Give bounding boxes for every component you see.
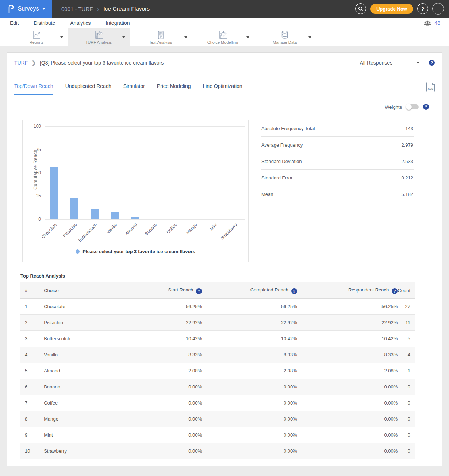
chart-legend[interactable]: Please select your top 3 favorite ice cr… — [23, 249, 248, 254]
help-icon[interactable]: ? — [423, 104, 429, 110]
chart-bar-almond[interactable] — [131, 217, 139, 219]
nav-item-edit[interactable]: Edit — [10, 18, 19, 28]
table-cell: 11 — [398, 315, 415, 331]
x-axis-label: Butterscotch — [77, 222, 98, 243]
column-header-rank: # — [20, 282, 44, 299]
respondent-count[interactable]: 48 — [434, 20, 440, 26]
table-cell: 1 — [398, 363, 415, 379]
breadcrumb-survey-name: Ice Cream Flavors — [103, 5, 150, 12]
table-cell: 8.33% — [134, 347, 202, 363]
x-axis-label: Coffee — [165, 222, 178, 235]
chart-bar-chocolate[interactable] — [50, 167, 58, 219]
y-axis-title: Cumulative Reach — [33, 146, 38, 193]
x-axis-label: Almond — [124, 222, 138, 236]
top-reach-table: # Choice Start Reach? Completed Reach? R… — [20, 282, 415, 459]
help-icon[interactable]: ? — [429, 60, 435, 66]
table-cell: 0.00% — [297, 395, 398, 411]
legend-marker-icon — [76, 249, 80, 254]
x-axis-label: Mint — [209, 222, 218, 232]
stat-value: 5.182 — [401, 191, 413, 197]
analytics-toolbar: Reports TURF Analysis Text Analysis — [0, 28, 449, 46]
table-cell: Coffee — [44, 395, 134, 411]
breadcrumb-turf-link[interactable]: TURF — [14, 60, 28, 66]
x-axis-label: Pistachio — [62, 222, 78, 238]
table-cell: 56.25% — [134, 299, 202, 315]
stat-row: Standard Deviation2.533 — [261, 153, 414, 170]
choice-chart-icon — [218, 30, 227, 40]
help-button[interactable]: ? — [417, 3, 428, 14]
surveys-menu[interactable]: Surveys — [0, 0, 52, 18]
tab-unduplicated-reach[interactable]: Unduplicated Reach — [65, 83, 111, 95]
tab-top-down-reach[interactable]: Top/Down Reach — [14, 83, 53, 95]
table-row: 1Chocolate56.25%56.25%56.25%27 — [20, 299, 415, 315]
upgrade-now-button[interactable]: Upgrade Now — [370, 4, 413, 14]
reach-tabs: Top/Down Reach Unduplicated Reach Simula… — [7, 73, 442, 95]
table-cell: Strawberry — [44, 443, 134, 459]
toolbar-item-manage-data[interactable]: Manage Data — [254, 28, 316, 46]
table-cell: 6 — [20, 379, 44, 395]
y-axis-tick: 25 — [23, 193, 41, 198]
table-cell: 0.00% — [202, 379, 297, 395]
tab-line-optimization[interactable]: Line Optimization — [203, 83, 242, 95]
column-header-completed-reach: Completed Reach? — [202, 282, 297, 299]
table-row: 8Mango0.00%0.00%0.00%0 — [20, 411, 415, 427]
breadcrumb-project[interactable]: 0001 - TURF — [61, 6, 93, 12]
nav-item-distribute[interactable]: Distribute — [34, 18, 55, 28]
column-header-respondent-reach: Respondent Reach? — [297, 282, 398, 299]
weights-toggle[interactable] — [406, 104, 419, 109]
line-chart-icon — [32, 30, 41, 40]
text-doc-icon — [156, 30, 165, 40]
table-cell: 2.08% — [202, 363, 297, 379]
chart-bar-butterscotch[interactable] — [91, 209, 99, 219]
stat-row: Absolute Frequency Total143 — [261, 120, 414, 137]
table-cell: 0 — [398, 443, 415, 459]
cumulative-reach-chart: Cumulative Reach 0255075100 ChocolatePis… — [22, 120, 249, 262]
table-cell: Vanilla — [44, 347, 134, 363]
table-cell: 9 — [20, 427, 44, 443]
y-axis-tick: 75 — [23, 147, 41, 152]
nav-item-integration[interactable]: Integration — [105, 18, 130, 28]
search-icon — [358, 6, 364, 12]
avatar[interactable] — [432, 3, 444, 15]
table-cell: 0 — [398, 395, 415, 411]
stat-label: Standard Error — [261, 175, 292, 181]
table-cell: 4 — [20, 347, 44, 363]
table-cell: 2.08% — [134, 363, 202, 379]
search-button[interactable] — [355, 3, 366, 14]
y-axis-tick: 100 — [23, 124, 41, 129]
responses-filter-dropdown[interactable]: All Responses ? — [360, 60, 435, 66]
help-icon[interactable]: ? — [196, 288, 202, 294]
table-cell: 0 — [398, 379, 415, 395]
tab-price-modeling[interactable]: Price Modeling — [157, 83, 191, 95]
table-row: 10Strawberry0.00%0.00%0.00%0 — [20, 443, 415, 459]
turf-chart-icon — [94, 30, 103, 40]
table-cell: 0.00% — [134, 427, 202, 443]
toolbar-item-text-analysis[interactable]: Text Analysis — [130, 28, 192, 46]
x-axis-label: Mango — [185, 222, 198, 235]
table-cell: 0 — [398, 427, 415, 443]
help-icon[interactable]: ? — [291, 288, 297, 294]
chevron-down-icon — [417, 62, 419, 64]
chevron-right-icon: ❯ — [31, 59, 36, 66]
table-cell: 56.25% — [297, 299, 398, 315]
survey-nav: Edit Distribute Analytics Integration 48 — [0, 18, 449, 28]
chart-bar-pistachio[interactable] — [70, 198, 78, 219]
turf-analysis-panel: TURF ❯ [Q3] Please select your top 3 fav… — [7, 52, 442, 466]
table-cell: 0.00% — [134, 379, 202, 395]
chart-bar-vanilla[interactable] — [111, 212, 119, 219]
toolbar-item-reports[interactable]: Reports — [5, 28, 68, 46]
table-cell: 0.00% — [134, 395, 202, 411]
table-cell: 8.33% — [297, 347, 398, 363]
toolbar-item-choice-modelling[interactable]: Choice Modelling — [192, 28, 254, 46]
nav-item-analytics[interactable]: Analytics — [70, 18, 91, 28]
table-cell: 27 — [398, 299, 415, 315]
help-icon[interactable]: ? — [392, 288, 398, 294]
table-cell: 5 — [398, 331, 415, 347]
frequency-stats: Absolute Frequency Total143Average Frequ… — [261, 120, 414, 262]
chevron-down-icon — [122, 36, 125, 38]
responses-filter-value: All Responses — [360, 60, 393, 66]
table-title: Top Reach Analysis — [20, 273, 429, 279]
tab-simulator[interactable]: Simulator — [123, 83, 145, 95]
export-xls-button[interactable]: XLS — [426, 82, 435, 92]
toolbar-item-turf-analysis[interactable]: TURF Analysis — [68, 28, 130, 46]
